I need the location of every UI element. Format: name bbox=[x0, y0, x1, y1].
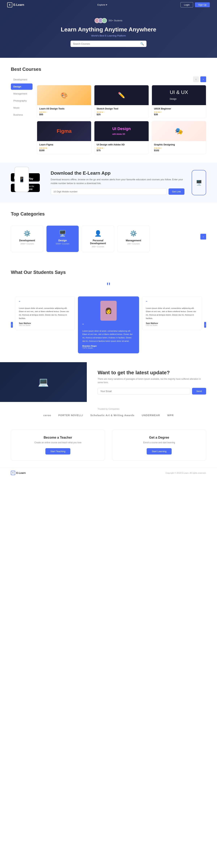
course-stars-2: ★★★★☆ bbox=[97, 111, 146, 113]
logo-icon: E bbox=[7, 2, 12, 7]
category-count-personal: 300+ Courses bbox=[85, 246, 110, 248]
nav-explore-link[interactable]: Explore ▾ bbox=[97, 3, 107, 6]
courses-next-button[interactable]: › bbox=[200, 76, 206, 82]
footer-logo: E E-Learn bbox=[11, 471, 26, 475]
design-icon: 🖥️ bbox=[50, 230, 75, 237]
nav-logo[interactable]: E E-Learn bbox=[7, 2, 24, 7]
courses-grid-wrap: ‹ › 🎨 Learn All Design Tools ★★★★☆ $55 bbox=[37, 76, 206, 154]
course-thumb-2: ✏️ bbox=[94, 85, 148, 105]
development-icon: ⚙️ bbox=[15, 230, 39, 237]
category-count-development: 3000+ Courses bbox=[15, 243, 39, 245]
student-avatars bbox=[94, 18, 107, 23]
testimonial-author-featured: Brandon Roger bbox=[82, 345, 135, 347]
quote-icon-decoration: " bbox=[11, 281, 206, 292]
testimonial-author-3: Sam Mathew bbox=[146, 322, 198, 324]
testimonial-card-3: " Lorem ipsum dolor sit amet, consectetu… bbox=[142, 296, 202, 330]
newsletter-section: 💻 Want to get the latest update? There a… bbox=[0, 362, 217, 402]
search-input[interactable] bbox=[73, 42, 139, 45]
course-name-6: Graphic Designing bbox=[154, 143, 204, 146]
cta-teacher-button[interactable]: Start Teaching bbox=[45, 448, 71, 455]
category-name-personal: Personal Development bbox=[85, 239, 110, 245]
course-card-adobe-xd[interactable]: UI Designwith Adobe XD UI Design with Ad… bbox=[94, 121, 148, 154]
student-count: 300+ Students bbox=[108, 19, 123, 22]
courses-prev-button[interactable]: ‹ bbox=[193, 76, 199, 82]
testimonial-author-1: Sam Mathew bbox=[19, 322, 71, 324]
course-price-4: $100 bbox=[39, 149, 89, 152]
testimonial-text-1: Lorem ipsum dolor sit amet, consectetur … bbox=[19, 307, 71, 320]
newsletter-content: Want to get the latest update? There are… bbox=[87, 362, 217, 402]
newsletter-title: Want to get the latest update? bbox=[98, 370, 206, 376]
course-name-5: UI Design with Adobe XD bbox=[97, 143, 146, 146]
trusted-title: Trusted by Companies bbox=[11, 408, 206, 410]
course-info-6: Graphic Designing ★★★★☆ $102 bbox=[152, 141, 206, 154]
search-icon: 🔍 bbox=[140, 42, 144, 45]
login-button[interactable]: Login bbox=[181, 2, 193, 7]
personal-dev-icon: 👤 bbox=[85, 230, 110, 237]
sidebar-item-design[interactable]: Design bbox=[11, 84, 32, 90]
newsletter-send-button[interactable]: Send bbox=[192, 388, 206, 395]
testimonials-section: What Our Students Says " ‹ " Lorem ipsum… bbox=[0, 261, 217, 362]
footer: E E-Learn Copyright © 2019 E-Learn. All … bbox=[0, 468, 217, 478]
course-price-2: $25 bbox=[97, 113, 146, 116]
testimonial-avatar-featured: 👩 bbox=[100, 301, 117, 321]
laptop-icon: 💻 bbox=[38, 377, 49, 387]
course-card-learn-all-design-tools[interactable]: 🎨 Learn All Design Tools ★★★★☆ $55 bbox=[37, 85, 91, 118]
course-info-2: Sketch Design Tool ★★★★☆ $25 bbox=[94, 105, 148, 118]
category-development[interactable]: ⚙️ Development 3000+ Courses bbox=[11, 225, 44, 252]
course-price-1: $55 bbox=[39, 113, 89, 116]
course-card-sketch[interactable]: ✏️ Sketch Design Tool ★★★★☆ $25 bbox=[94, 85, 148, 118]
company-ceroo: ceroo bbox=[43, 414, 51, 417]
course-name-4: Learn Figma bbox=[39, 143, 89, 146]
course-thumb-1: 🎨 bbox=[37, 85, 91, 105]
course-thumb-5: UI Designwith Adobe XD bbox=[94, 121, 148, 141]
phone-input[interactable] bbox=[51, 188, 167, 195]
course-thumb-6: 🎭 bbox=[152, 121, 206, 141]
signup-button[interactable]: Sign Up bbox=[195, 2, 210, 7]
categories-next-button[interactable]: › bbox=[200, 234, 206, 240]
sidebar-item-development[interactable]: Development bbox=[11, 76, 32, 83]
cta-degree-title: Get a Degree bbox=[118, 436, 200, 439]
trusted-section: Trusted by Companies ceroo PORTER NOVELL… bbox=[0, 402, 217, 423]
course-stars-6: ★★★★☆ bbox=[154, 147, 204, 149]
quote-mark-3: " bbox=[146, 300, 198, 305]
get-link-button[interactable]: Get Link bbox=[168, 188, 185, 195]
course-info-5: UI Design with Adobe XD ★★★★☆ $75 bbox=[94, 141, 148, 154]
sidebar-item-music[interactable]: Music bbox=[11, 104, 32, 111]
course-card-figma[interactable]: Figma Learn Figma ★★★★★ $100 bbox=[37, 121, 91, 154]
top-categories-title: Top Categories bbox=[11, 211, 206, 217]
course-thumb-3: UI & UXDesign bbox=[152, 85, 206, 105]
category-personal-development[interactable]: 👤 Personal Development 300+ Courses bbox=[82, 225, 114, 252]
course-stars-5: ★★★★☆ bbox=[97, 147, 146, 149]
course-price-3: $35 bbox=[154, 113, 204, 116]
cta-degree-description: Enroll a course and start learning bbox=[118, 441, 200, 444]
testimonial-role-1: CEO at Studio bbox=[19, 324, 71, 326]
quote-mark-featured: " bbox=[82, 323, 135, 328]
testimonial-card-1: " Lorem ipsum dolor sit amet, consectetu… bbox=[15, 296, 75, 330]
testimonial-next-button[interactable]: › bbox=[204, 322, 206, 328]
sidebar-item-business[interactable]: Business bbox=[11, 112, 32, 118]
course-card-uiux[interactable]: UI & UXDesign UI/UX Beginner ★★★★☆ $35 bbox=[152, 85, 206, 118]
course-price-5: $75 bbox=[97, 149, 146, 152]
phone-preview-left: 📱 bbox=[15, 167, 29, 192]
categories-grid: ⚙️ Development 3000+ Courses 🖥️ Design 5… bbox=[11, 225, 197, 252]
newsletter-email-input[interactable] bbox=[98, 388, 190, 395]
category-design[interactable]: 🖥️ Design 5000+ Courses bbox=[46, 225, 79, 252]
quote-mark-1: " bbox=[19, 300, 71, 305]
monitor-icon: 🖥️ bbox=[196, 180, 202, 186]
category-name-design: Design bbox=[50, 239, 75, 242]
course-card-graphic-designing[interactable]: 🎭 Graphic Designing ★★★★☆ $102 bbox=[152, 121, 206, 154]
sidebar-item-management[interactable]: Management bbox=[11, 91, 32, 97]
cta-degree-button[interactable]: Start Learning bbox=[147, 448, 172, 455]
sidebar-item-photography[interactable]: Photography bbox=[11, 97, 32, 104]
avatar-3 bbox=[102, 18, 107, 23]
app-download-form: Get Link bbox=[51, 188, 185, 195]
category-count-management: 200+ Courses bbox=[121, 243, 146, 245]
footer-copyright: Copyright © 2019 E-Learn. All rights res… bbox=[165, 472, 206, 474]
best-courses-title: Best Courses bbox=[11, 66, 206, 72]
course-stars-3: ★★★★☆ bbox=[154, 111, 204, 113]
testimonial-prev-button[interactable]: ‹ bbox=[11, 322, 13, 328]
company-scholastic: Scholastic Art & Writing Awards bbox=[90, 414, 134, 417]
category-management[interactable]: ⚙️ Management 200+ Courses bbox=[117, 225, 150, 252]
cta-section: Become a Teacher Create an online course… bbox=[0, 423, 217, 467]
category-name-management: Management bbox=[121, 239, 146, 242]
